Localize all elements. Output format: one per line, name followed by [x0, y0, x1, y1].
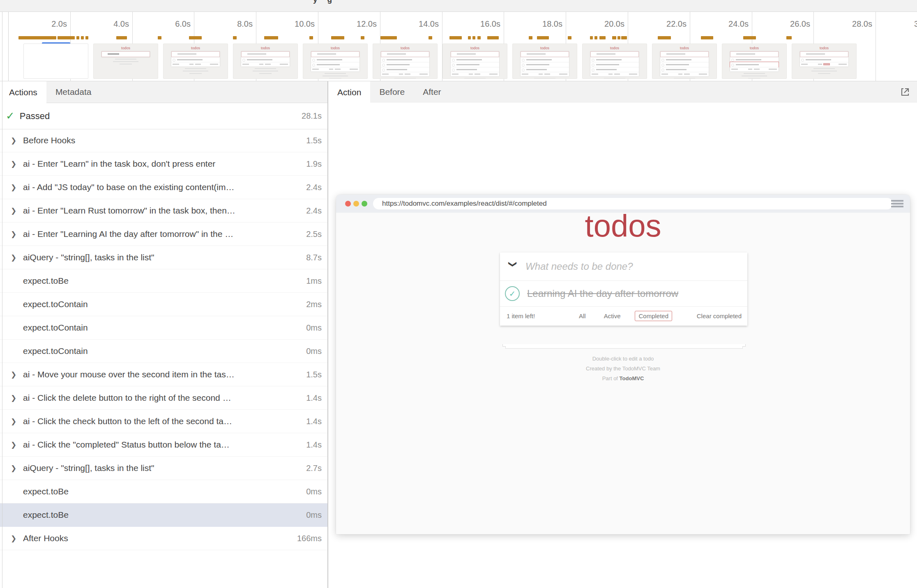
action-row[interactable]: expect.toContain2ms — [0, 293, 327, 316]
thumbnail-todos-title: todos — [652, 46, 717, 50]
action-label: ai - Move your mouse over the second ite… — [23, 370, 303, 379]
action-row[interactable]: ❯ai - Enter "Learning AI the day after t… — [0, 223, 327, 246]
filmstrip-thumbnail[interactable]: todos — [652, 44, 717, 79]
filter-completed[interactable]: Completed — [635, 311, 672, 321]
action-row[interactable]: ❯ai - Click the delete button to the rig… — [0, 386, 327, 410]
action-label: ai - Click the "completed" Status button… — [23, 440, 303, 450]
action-row[interactable]: ❯ai - Click the "completed" Status butto… — [0, 433, 327, 457]
open-snapshot-external-icon[interactable] — [899, 86, 911, 98]
timeline-activity-mark — [568, 36, 571, 39]
expand-chevron-icon[interactable]: ❯ — [11, 534, 23, 543]
todo-completed-check-icon[interactable]: ✓ — [505, 286, 520, 301]
trace-viewer: y g 2.0s4.0s6.0s8.0s10.0s12.0s14.0s16.0s… — [0, 0, 917, 588]
tab-before[interactable]: Before — [370, 81, 414, 103]
timeline-tick-label: 24.0s — [683, 19, 749, 29]
action-row[interactable]: ❯ai - Add "JS today" to base on the exis… — [0, 176, 327, 199]
filmstrip-thumbnail[interactable]: todos — [582, 44, 647, 79]
thumbnail-page-footer-line — [748, 78, 760, 79]
thumbnail-page-footer-line — [253, 71, 278, 71]
thumbnail-todo-row — [590, 57, 639, 62]
filmstrip-thumbnail[interactable]: todos — [303, 44, 368, 79]
thumbnail-todo-check — [592, 59, 594, 62]
expand-chevron-icon[interactable]: ❯ — [11, 394, 23, 402]
thumbnail-todo-text — [736, 59, 761, 60]
expand-chevron-icon[interactable]: ❯ — [11, 417, 23, 426]
footer-partof: Part of TodoMVC — [336, 374, 910, 384]
thumbnail-todo-row — [381, 57, 429, 62]
thumbnail-todo-text — [247, 59, 272, 60]
expand-chevron-icon[interactable]: ❯ — [11, 183, 23, 192]
filmstrip-thumbnail[interactable]: todos — [442, 44, 507, 79]
expand-chevron-icon[interactable]: ❯ — [11, 136, 23, 145]
expand-chevron-icon[interactable]: ❯ — [11, 441, 23, 449]
action-row[interactable]: ❯ai - Enter "Learn" in the task box, don… — [0, 152, 327, 176]
action-row[interactable]: ❯ai - Click the check button to the left… — [0, 410, 327, 433]
url-text: https://todomvc.com/examples/react/dist/… — [373, 200, 547, 208]
thumbnail-page-footer-line — [189, 73, 202, 74]
tab-actions[interactable]: Actions — [0, 81, 46, 103]
thumbnail-todo-check — [452, 59, 455, 62]
timeline-activity-mark — [590, 36, 593, 39]
clear-completed-button[interactable]: Clear completed — [697, 312, 742, 319]
timeline-activity-mark — [658, 36, 671, 39]
action-row[interactable]: ❯After Hooks166ms — [0, 527, 327, 550]
action-row[interactable]: expect.toBe0ms — [0, 480, 327, 503]
filmstrip-thumbnail[interactable]: todos — [512, 44, 577, 79]
status-label: Passed — [20, 111, 302, 122]
action-row[interactable]: expect.toBe1ms — [0, 269, 327, 293]
thumbnail-input-text — [736, 53, 755, 55]
filter-active[interactable]: Active — [600, 311, 624, 321]
thumbnail-todo-text — [177, 59, 203, 60]
action-row[interactable]: ❯aiQuery - "string[], tasks in the list"… — [0, 246, 327, 269]
expand-chevron-icon[interactable]: ❯ — [11, 230, 23, 239]
filmstrip-thumbnail[interactable]: todos — [722, 44, 787, 79]
action-row[interactable]: ❯Before Hooks1.5s — [0, 129, 327, 152]
thumbnail-todo-check — [382, 64, 385, 67]
expand-chevron-icon[interactable]: ❯ — [11, 370, 23, 379]
filmstrip-thumbnail[interactable] — [23, 44, 88, 79]
thumbnail-todo-check — [382, 69, 385, 71]
action-duration: 0ms — [303, 347, 327, 356]
menu-icon[interactable] — [891, 200, 903, 209]
thumbnail-page-footer-line — [744, 73, 765, 74]
expand-chevron-icon[interactable]: ❯ — [11, 160, 23, 168]
new-todo-input[interactable]: What needs to be done? — [525, 261, 633, 272]
filmstrip-thumbnail[interactable]: todos — [93, 44, 158, 79]
thumbnail-todo-row — [311, 57, 359, 62]
action-row[interactable]: expect.toBe0ms — [0, 503, 327, 527]
thumbnail-todo-check — [661, 69, 664, 71]
action-row[interactable]: ❯aiQuery - "string[], tasks in the list"… — [0, 457, 327, 480]
thumbnail-todo-row — [311, 62, 359, 67]
timeline-tick-label: 4.0s — [63, 19, 129, 29]
expand-chevron-icon[interactable]: ❯ — [11, 464, 23, 473]
timeline[interactable]: 2.0s4.0s6.0s8.0s10.0s12.0s14.0s16.0s18.0… — [0, 12, 917, 81]
filter-all[interactable]: All — [575, 311, 590, 321]
toggle-all-chevron-icon[interactable]: ❯ — [508, 261, 518, 272]
tab-action[interactable]: Action — [328, 81, 370, 103]
action-row[interactable]: ❯ai - Enter "Learn Rust tomorrow" in the… — [0, 199, 327, 223]
tab-metadata[interactable]: Metadata — [46, 81, 101, 103]
action-row[interactable]: expect.toContain0ms — [0, 316, 327, 340]
new-todo-row: ❯ What needs to be done? — [500, 253, 747, 281]
filmstrip-thumbnail[interactable]: todos — [233, 44, 298, 79]
timeline-tick-label: 30.0s — [869, 19, 917, 29]
thumbnail-todo-check — [592, 64, 594, 67]
thumbnail-todo-text — [526, 59, 552, 60]
filmstrip-thumbnail[interactable]: todos — [163, 44, 228, 79]
thumbnail-todo-row — [521, 57, 569, 62]
action-row[interactable]: expect.toContain0ms — [0, 340, 327, 363]
expand-chevron-icon[interactable]: ❯ — [11, 207, 23, 215]
thumbnail-todos-title: todos — [94, 46, 158, 50]
filmstrip-thumbnail[interactable]: todos — [373, 44, 438, 79]
timeline-activity-mark — [612, 36, 616, 39]
thumbnail-input-text — [317, 53, 336, 55]
action-row[interactable]: ❯ai - Move your mouse over the second it… — [0, 363, 327, 386]
action-duration: 8.7s — [303, 253, 327, 262]
thumbnail-footer — [171, 62, 220, 67]
tab-after[interactable]: After — [414, 81, 450, 103]
action-label: expect.toBe — [23, 510, 303, 520]
thumbnail-input-text — [527, 53, 546, 55]
filmstrip-thumbnail[interactable]: todos — [792, 44, 857, 79]
thumbnail-todos-title: todos — [233, 46, 297, 50]
expand-chevron-icon[interactable]: ❯ — [11, 253, 23, 262]
